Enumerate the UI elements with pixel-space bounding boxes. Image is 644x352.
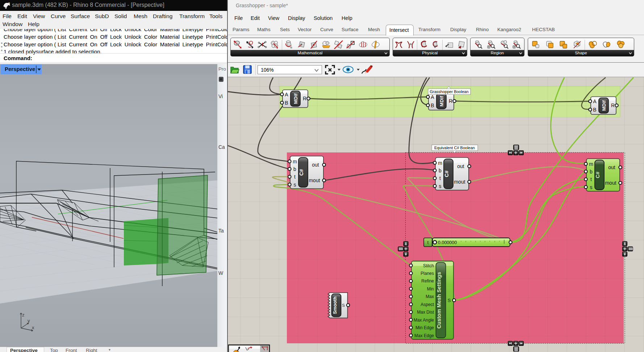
svg-text:B: B — [285, 100, 288, 106]
svg-text:Stitch: Stitch — [423, 263, 434, 268]
svg-text:Planes: Planes — [421, 271, 434, 276]
svg-text:R: R — [303, 96, 306, 101]
svg-text:Min Edge: Min Edge — [415, 325, 434, 330]
svg-text:out: out — [608, 164, 615, 170]
svg-text:Equivalent C# Boolean: Equivalent C# Boolean — [434, 146, 475, 150]
svg-text:s: s — [590, 184, 593, 190]
svg-text:S: S — [448, 298, 451, 303]
svg-text:0.000000: 0.000000 — [438, 240, 457, 245]
svg-text:z: z — [22, 312, 25, 318]
svg-text:Max Edge: Max Edge — [414, 333, 434, 338]
svg-text:MDif: MDif — [601, 100, 607, 111]
svg-text:MDif: MDif — [439, 96, 444, 106]
svg-text:A: A — [593, 99, 597, 104]
svg-text:m: m — [438, 160, 442, 166]
svg-text:y: y — [28, 318, 30, 323]
svg-text:Aspect: Aspect — [421, 302, 434, 307]
svg-text:8: 8 — [8, 2, 10, 5]
svg-text:m: m — [293, 159, 297, 164]
svg-text:s: s — [294, 182, 296, 188]
svg-text:Max: Max — [426, 294, 434, 299]
svg-text:b: b — [293, 166, 296, 172]
svg-text:x: x — [32, 325, 34, 330]
svg-text:t: t — [590, 176, 592, 182]
svg-text:t: t — [294, 174, 296, 180]
svg-text:t: t — [439, 175, 441, 181]
svg-text:C#: C# — [444, 171, 449, 177]
svg-text:Grasshopper Boolean: Grasshopper Boolean — [430, 89, 468, 94]
svg-text:m: m — [589, 161, 593, 167]
svg-text:Max Dist: Max Dist — [417, 310, 434, 315]
svg-text:A: A — [431, 94, 434, 100]
svg-text:B: B — [431, 102, 434, 108]
svg-text:R: R — [611, 102, 615, 108]
svg-text:Max Angle: Max Angle — [414, 318, 434, 323]
svg-text:mout: mout — [454, 179, 465, 185]
svg-text:C#: C# — [298, 169, 304, 176]
svg-text:S: S — [342, 303, 345, 307]
svg-text:MDif: MDif — [293, 93, 298, 104]
svg-text:mout: mout — [605, 180, 616, 186]
svg-text:b: b — [439, 168, 442, 173]
svg-text:R: R — [449, 98, 452, 104]
svg-text:b: b — [590, 169, 593, 175]
svg-text:A: A — [285, 92, 288, 97]
svg-text:out: out — [457, 163, 464, 169]
svg-text:s: s — [439, 183, 442, 189]
svg-text:Custom Mesh Settings: Custom Mesh Settings — [436, 272, 442, 328]
svg-text:Min: Min — [427, 286, 434, 292]
svg-text:Smooth: Smooth — [332, 297, 338, 314]
svg-text:B: B — [593, 107, 596, 113]
svg-text:Refine: Refine — [421, 278, 434, 284]
svg-text:mout: mout — [309, 177, 320, 183]
svg-text:C#: C# — [595, 172, 601, 178]
svg-text:out: out — [312, 162, 319, 168]
